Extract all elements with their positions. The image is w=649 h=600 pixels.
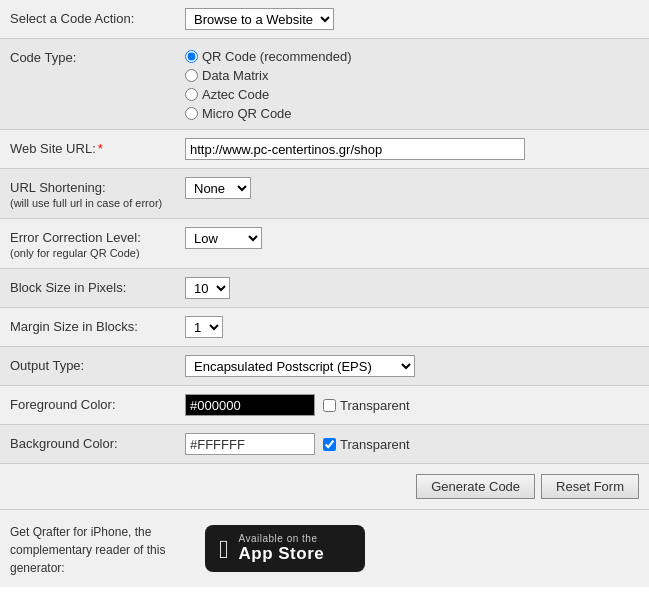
output-type-row: Output Type: Encapsulated Postscript (EP… xyxy=(0,347,649,386)
foreground-transparent-checkbox[interactable] xyxy=(323,399,336,412)
url-input[interactable] xyxy=(185,138,525,160)
form-container: Select a Code Action: Browse to a Websit… xyxy=(0,0,649,587)
code-type-label: Code Type: xyxy=(10,47,185,65)
url-shortening-row: URL Shortening: (will use full url in ca… xyxy=(0,169,649,219)
app-store-badge[interactable]:  Available on the App Store xyxy=(205,525,365,572)
background-color-row-inner: Transparent xyxy=(185,433,410,455)
radio-mqr-text: Micro QR Code xyxy=(202,106,292,121)
margin-size-label: Margin Size in Blocks: xyxy=(10,316,185,334)
code-type-control: QR Code (recommended) Data Matrix Aztec … xyxy=(185,47,639,121)
radio-az[interactable] xyxy=(185,88,198,101)
background-color-row: Background Color: Transparent xyxy=(0,425,649,464)
badge-text: Available on the App Store xyxy=(239,533,325,564)
reset-button[interactable]: Reset Form xyxy=(541,474,639,499)
margin-size-row: Margin Size in Blocks: 1 0 2 3 4 xyxy=(0,308,649,347)
block-size-control: 10 5 8 12 15 20 xyxy=(185,277,639,299)
badge-appstore-text: App Store xyxy=(239,544,325,564)
code-action-select[interactable]: Browse to a Website Send Email Send SMS … xyxy=(185,8,334,30)
radio-dm-label[interactable]: Data Matrix xyxy=(185,68,352,83)
background-color-input[interactable] xyxy=(185,433,315,455)
foreground-color-control: Transparent xyxy=(185,394,639,416)
foreground-color-row: Foreground Color: Transparent xyxy=(0,386,649,425)
foreground-transparent-label[interactable]: Transparent xyxy=(323,398,410,413)
radio-mqr-label[interactable]: Micro QR Code xyxy=(185,106,352,121)
block-size-label: Block Size in Pixels: xyxy=(10,277,185,295)
background-color-label: Background Color: xyxy=(10,433,185,451)
background-transparent-label[interactable]: Transparent xyxy=(323,437,410,452)
error-correction-row: Error Correction Level: (only for regula… xyxy=(0,219,649,269)
block-size-select[interactable]: 10 5 8 12 15 20 xyxy=(185,277,230,299)
foreground-color-label: Foreground Color: xyxy=(10,394,185,412)
radio-qr-text: QR Code (recommended) xyxy=(202,49,352,64)
url-label: Web Site URL:* xyxy=(10,138,185,156)
radio-dm[interactable] xyxy=(185,69,198,82)
badge-available-text: Available on the xyxy=(239,533,325,544)
error-correction-select[interactable]: Low Medium Quartile High xyxy=(185,227,262,249)
radio-mqr[interactable] xyxy=(185,107,198,120)
foreground-color-input[interactable] xyxy=(185,394,315,416)
url-row: Web Site URL:* xyxy=(0,130,649,169)
output-type-select[interactable]: Encapsulated Postscript (EPS) PNG Image … xyxy=(185,355,415,377)
app-store-badge-container[interactable]:  Available on the App Store xyxy=(205,525,365,572)
output-type-label: Output Type: xyxy=(10,355,185,373)
code-action-control: Browse to a Website Send Email Send SMS … xyxy=(185,8,639,30)
url-shortening-label: URL Shortening: (will use full url in ca… xyxy=(10,177,185,210)
output-type-control: Encapsulated Postscript (EPS) PNG Image … xyxy=(185,355,639,377)
background-transparent-checkbox[interactable] xyxy=(323,438,336,451)
radio-dm-text: Data Matrix xyxy=(202,68,268,83)
radio-az-label[interactable]: Aztec Code xyxy=(185,87,352,102)
app-store-row: Get Qrafter for iPhone, the complementar… xyxy=(0,510,649,587)
required-star: * xyxy=(98,141,103,156)
margin-size-select[interactable]: 1 0 2 3 4 xyxy=(185,316,223,338)
code-action-label: Select a Code Action: xyxy=(10,8,185,26)
background-color-control: Transparent xyxy=(185,433,639,455)
url-control xyxy=(185,138,639,160)
margin-size-control: 1 0 2 3 4 xyxy=(185,316,639,338)
button-row: Generate Code Reset Form xyxy=(0,464,649,510)
app-promo-text: Get Qrafter for iPhone, the complementar… xyxy=(10,520,185,577)
foreground-color-row-inner: Transparent xyxy=(185,394,410,416)
code-type-row: Code Type: QR Code (recommended) Data Ma… xyxy=(0,39,649,130)
url-shortening-select[interactable]: None bit.ly goo.gl xyxy=(185,177,251,199)
radio-az-text: Aztec Code xyxy=(202,87,269,102)
code-action-row: Select a Code Action: Browse to a Websit… xyxy=(0,0,649,39)
error-correction-control: Low Medium Quartile High xyxy=(185,227,639,249)
apple-icon:  xyxy=(219,536,229,562)
radio-qr-label[interactable]: QR Code (recommended) xyxy=(185,49,352,64)
radio-qr[interactable] xyxy=(185,50,198,63)
url-shortening-control: None bit.ly goo.gl xyxy=(185,177,639,199)
error-correction-label: Error Correction Level: (only for regula… xyxy=(10,227,185,260)
generate-button[interactable]: Generate Code xyxy=(416,474,535,499)
code-type-radio-group: QR Code (recommended) Data Matrix Aztec … xyxy=(185,47,352,121)
block-size-row: Block Size in Pixels: 10 5 8 12 15 20 xyxy=(0,269,649,308)
